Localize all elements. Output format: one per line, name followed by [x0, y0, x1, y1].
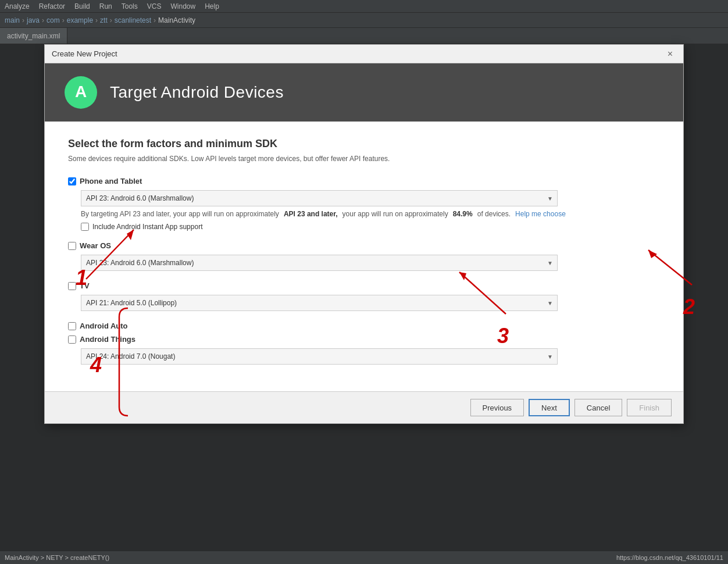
breadcrumb-scanlinetest[interactable]: scanlinetest — [115, 16, 151, 24]
api-percent: 84.9% — [453, 210, 473, 218]
android-auto-section: Android Auto — [68, 322, 660, 330]
android-things-checkbox-row: Android Things — [68, 335, 660, 344]
tab-bar: activity_main.xml — [0, 28, 728, 44]
instant-app-checkbox[interactable] — [81, 223, 89, 231]
instant-app-label[interactable]: Include Android Instant App support — [92, 223, 202, 231]
section-desc: Some devices require additional SDKs. Lo… — [68, 155, 660, 163]
wear-os-checkbox-row: Wear OS — [68, 241, 660, 250]
dialog-footer: Previous Next Cancel Finish — [45, 391, 683, 423]
cancel-button[interactable]: Cancel — [574, 399, 622, 416]
dialog-header-title: Target Android Devices — [110, 83, 284, 102]
menu-window[interactable]: Window — [170, 2, 195, 10]
android-logo-icon: A — [63, 75, 98, 110]
menu-build[interactable]: Build — [74, 2, 90, 10]
breadcrumb-com[interactable]: com — [47, 16, 60, 24]
phone-tablet-label[interactable]: Phone and Tablet — [80, 177, 142, 185]
instant-app-row: Include Android Instant App support — [81, 223, 660, 231]
android-things-api-dropdown-wrapper: API 24: Android 7.0 (Nougat) API 25: And… — [81, 348, 558, 365]
tv-api-dropdown-wrapper: API 21: Android 5.0 (Lollipop) API 22: A… — [81, 295, 558, 311]
status-breadcrumb: MainActivity > NETY > createNETY() — [5, 554, 109, 561]
dialog-overlay: Create New Project × A Target Android De… — [0, 44, 728, 564]
api-info-row: By targeting API 23 and later, your app … — [81, 210, 660, 218]
dialog-body: Select the form factors and minimum SDK … — [45, 122, 683, 391]
status-url: https://blog.csdn.net/qq_43610101/11 — [616, 554, 723, 561]
breadcrumb-mainactivity[interactable]: MainActivity — [158, 16, 195, 24]
dialog-titlebar: Create New Project × — [45, 45, 683, 63]
api-info-text3: of devices. — [477, 210, 511, 218]
create-project-dialog: Create New Project × A Target Android De… — [44, 44, 684, 424]
wear-os-checkbox[interactable] — [68, 242, 76, 250]
wear-os-section: Wear OS API 23: Android 6.0 (Marshmallow… — [68, 241, 660, 271]
menu-vcs[interactable]: VCS — [147, 2, 162, 10]
previous-button[interactable]: Previous — [470, 399, 524, 416]
wear-os-api-select[interactable]: API 23: Android 6.0 (Marshmallow) API 24… — [81, 255, 558, 271]
dialog-title-text: Create New Project — [52, 49, 117, 58]
tv-checkbox[interactable] — [68, 282, 76, 290]
phone-tablet-checkbox-row: Phone and Tablet — [68, 177, 660, 185]
tv-checkbox-row: TV — [68, 281, 660, 290]
next-button[interactable]: Next — [529, 399, 570, 416]
phone-tablet-section: Phone and Tablet API 21: Android 5.0 (Lo… — [68, 177, 660, 231]
breadcrumb-ztt[interactable]: ztt — [100, 16, 108, 24]
phone-tablet-checkbox[interactable] — [68, 177, 76, 185]
breadcrumb-example[interactable]: example — [67, 16, 93, 24]
tab-activity-main[interactable]: activity_main.xml — [0, 28, 67, 44]
status-right: https://blog.csdn.net/qq_43610101/11 — [616, 554, 723, 561]
menu-refactor[interactable]: Refactor — [39, 2, 65, 10]
menu-run[interactable]: Run — [99, 2, 112, 10]
android-auto-checkbox-row: Android Auto — [68, 322, 660, 330]
wear-os-label[interactable]: Wear OS — [80, 241, 111, 250]
breadcrumb-main[interactable]: main — [5, 16, 20, 24]
dialog-close-button[interactable]: × — [664, 48, 676, 60]
tv-section: TV API 21: Android 5.0 (Lollipop) API 22… — [68, 281, 660, 311]
android-things-section: Android Things API 24: Android 7.0 (Noug… — [68, 335, 660, 365]
menu-tools[interactable]: Tools — [122, 2, 138, 10]
android-things-label[interactable]: Android Things — [80, 335, 135, 344]
tv-api-select[interactable]: API 21: Android 5.0 (Lollipop) API 22: A… — [81, 295, 558, 311]
android-things-checkbox[interactable] — [68, 335, 76, 344]
breadcrumb-bar: main › java › com › example › ztt › scan… — [0, 13, 728, 28]
tv-label[interactable]: TV — [80, 281, 90, 290]
section-title: Select the form factors and minimum SDK — [68, 138, 660, 150]
android-things-api-select[interactable]: API 24: Android 7.0 (Nougat) API 25: And… — [81, 348, 558, 365]
android-auto-checkbox[interactable] — [68, 322, 76, 330]
breadcrumb-java[interactable]: java — [27, 16, 40, 24]
api-info-bold: API 23 and later, — [284, 210, 338, 218]
menu-help[interactable]: Help — [205, 2, 219, 10]
svg-text:A: A — [75, 83, 87, 101]
help-me-choose-link[interactable]: Help me choose — [515, 210, 566, 218]
finish-button[interactable]: Finish — [627, 399, 672, 416]
status-bar: MainActivity > NETY > createNETY() https… — [0, 551, 728, 564]
wear-os-api-dropdown-wrapper: API 23: Android 6.0 (Marshmallow) API 24… — [81, 255, 558, 271]
api-info-text2: your app will run on approximately — [342, 210, 448, 218]
phone-tablet-api-dropdown-wrapper: API 21: Android 5.0 (Lollipop) API 22: A… — [81, 190, 558, 206]
android-auto-label[interactable]: Android Auto — [80, 322, 128, 330]
phone-tablet-api-select[interactable]: API 21: Android 5.0 (Lollipop) API 22: A… — [81, 190, 558, 206]
api-info-text: By targeting API 23 and later, your app … — [81, 210, 279, 218]
menu-analyze[interactable]: Analyze — [5, 2, 30, 10]
status-left: MainActivity > NETY > createNETY() — [5, 554, 109, 561]
dialog-header: A Target Android Devices — [45, 63, 683, 122]
ide-menu-bar: Analyze Refactor Build Run Tools VCS Win… — [0, 0, 728, 13]
